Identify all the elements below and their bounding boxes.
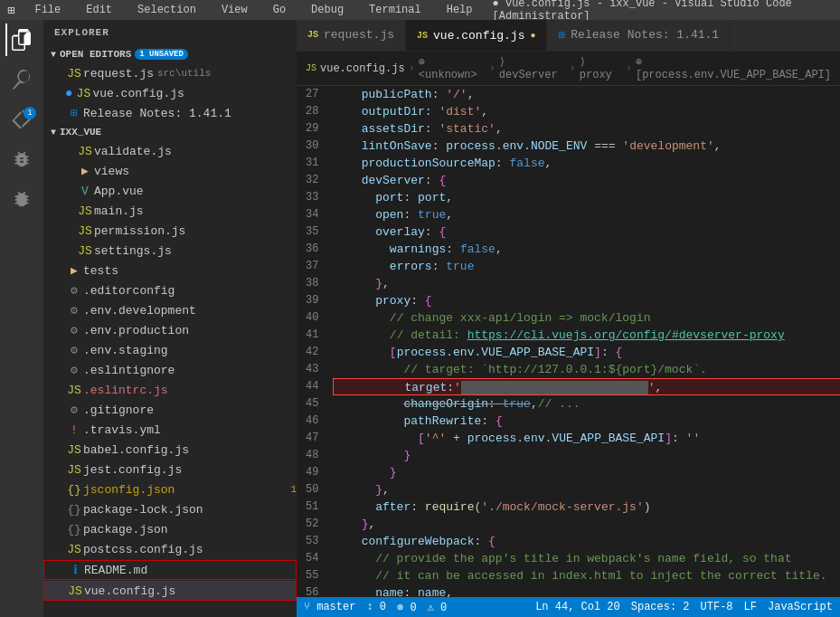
- breadcrumb-api[interactable]: ⊕ [process.env.VUE_APP_BASE_API]: [636, 55, 831, 81]
- open-editors-header[interactable]: ▼ OPEN EDITORS 1 UNSAVED: [43, 45, 297, 63]
- folder-tests[interactable]: ▶ tests: [43, 261, 297, 280]
- menu-edit[interactable]: Edit: [80, 2, 118, 18]
- activity-bar: 1: [0, 20, 43, 617]
- breadcrumb-devserver[interactable]: ⟩ devServer: [499, 55, 566, 81]
- file-env-prod-label: .env.production: [83, 324, 189, 337]
- file-vue-config[interactable]: JS vue.config.js: [43, 581, 297, 601]
- open-editor-vue-config[interactable]: ● JS vue.config.js: [43, 83, 297, 103]
- file-settings-js[interactable]: JS settings.js: [43, 241, 297, 261]
- menu-help[interactable]: Help: [441, 2, 478, 18]
- file-env-dev[interactable]: ⚙ .env.development: [43, 300, 297, 320]
- status-encoding[interactable]: UTF-8: [701, 601, 733, 613]
- code-line-51: after: require('./mock/mock-server.js'): [333, 498, 840, 516]
- folder-icon: ▶: [76, 164, 94, 178]
- status-spaces[interactable]: Spaces: 2: [631, 601, 690, 613]
- file-package[interactable]: {} package.json: [43, 519, 297, 539]
- file-readme[interactable]: ℹ README.md: [43, 560, 297, 580]
- code-line-53: configureWebpack: {: [333, 533, 840, 550]
- file-eslintrc-label: .eslintrc.js: [83, 384, 168, 397]
- menu-terminal[interactable]: Terminal: [363, 2, 427, 18]
- menu-go[interactable]: Go: [268, 2, 291, 18]
- file-env-staging[interactable]: ⚙ .env.staging: [43, 340, 297, 360]
- folder-views-label: views: [94, 165, 129, 178]
- code-line-29: assetsDir: 'static',: [333, 120, 840, 138]
- status-sync[interactable]: ↕ 0: [366, 601, 386, 613]
- file-gitignore-label: .gitignore: [83, 403, 154, 417]
- file-jest-config-label: jest.config.js: [83, 463, 182, 477]
- code-line-45: changeOrigin: true,// ...: [333, 395, 840, 413]
- tab-vue-config-js[interactable]: JS vue.config.js ●: [406, 20, 547, 51]
- activity-debug[interactable]: [5, 143, 38, 176]
- file-eslintrc[interactable]: JS .eslintrc.js: [43, 380, 297, 400]
- file-validate-label: validate.js: [94, 145, 172, 158]
- file-travis[interactable]: ! .travis.yml: [43, 420, 297, 440]
- open-editor-release-notes-label: Release Notes: 1.41.1: [83, 107, 231, 120]
- sidebar-title: EXPLORER: [43, 20, 297, 45]
- file-postcss[interactable]: JS postcss.config.js: [43, 539, 297, 559]
- code-line-27: publicPath: '/',: [333, 86, 840, 103]
- file-babel-config[interactable]: JS babel.config.js: [43, 440, 297, 460]
- menu-file[interactable]: File: [29, 2, 66, 18]
- file-validate[interactable]: JS validate.js: [43, 141, 297, 161]
- git-badge: 1: [24, 107, 36, 119]
- status-warnings[interactable]: ⚠ 0: [428, 601, 448, 614]
- json-icon: {}: [65, 483, 83, 497]
- menu-selection[interactable]: Selection: [132, 2, 202, 18]
- code-line-49: }: [333, 464, 840, 481]
- code-line-32: devServer: {: [333, 172, 840, 189]
- breadcrumb-file[interactable]: vue.config.js: [320, 62, 405, 75]
- project-chevron: ▼: [51, 128, 56, 138]
- status-errors[interactable]: ⊗ 0: [397, 601, 417, 614]
- activity-search[interactable]: [5, 63, 38, 96]
- file-permission-js[interactable]: JS permission.js: [43, 221, 297, 241]
- config-icon: ⚙: [65, 323, 83, 337]
- code-line-48: }: [333, 447, 840, 464]
- js-icon: JS: [76, 224, 94, 238]
- code-line-33: port: port,: [333, 189, 840, 206]
- code-line-31: productionSourceMap: false,: [333, 155, 840, 172]
- activity-files[interactable]: [5, 24, 38, 56]
- open-editor-request[interactable]: JS request.js src\utils: [43, 63, 297, 83]
- status-line-ending[interactable]: LF: [744, 601, 757, 613]
- tab-vscode-icon: ⊞: [558, 28, 565, 43]
- code-line-52: },: [333, 516, 840, 533]
- tab-release-notes[interactable]: ⊞ Release Notes: 1.41.1: [547, 20, 731, 51]
- folder-views[interactable]: ▶ views: [43, 161, 297, 181]
- activity-git[interactable]: 1: [5, 103, 38, 136]
- breadcrumb-sep4: ›: [626, 62, 632, 75]
- menu-view[interactable]: View: [216, 2, 253, 18]
- project-label: IXX_VUE: [60, 127, 101, 138]
- file-permission-js-label: permission.js: [94, 224, 185, 238]
- file-package-lock[interactable]: {} package-lock.json: [43, 499, 297, 519]
- code-content: publicPath: '/', outputDir: 'dist', asse…: [333, 86, 840, 597]
- file-app-vue[interactable]: V App.vue: [43, 181, 297, 201]
- activity-extensions[interactable]: [5, 183, 38, 215]
- breadcrumb-unknown[interactable]: ⊕ <unknown>: [419, 55, 486, 81]
- tab-js-icon: JS: [417, 31, 428, 41]
- code-line-44: target:'ixx.haoqianlei.com/api/v1/',: [333, 378, 840, 395]
- file-jest-config[interactable]: JS jest.config.js: [43, 460, 297, 479]
- modified-dot: ●: [65, 86, 72, 100]
- open-editor-release-notes[interactable]: ⊞ Release Notes: 1.41.1: [43, 103, 297, 123]
- file-jsconfig[interactable]: {} jsconfig.json 1: [43, 479, 297, 499]
- config-icon: ⚙: [65, 403, 83, 417]
- code-line-46: pathRewrite: {: [333, 413, 840, 430]
- code-line-28: outputDir: 'dist',: [333, 103, 840, 120]
- project-header[interactable]: ▼ IXX_VUE: [43, 123, 297, 141]
- tab-request-js[interactable]: JS request.js: [297, 20, 406, 51]
- menu-debug[interactable]: Debug: [306, 2, 349, 18]
- status-branch[interactable]: ⑂ master: [304, 601, 355, 613]
- status-language[interactable]: JavaScript: [768, 601, 833, 613]
- file-env-prod[interactable]: ⚙ .env.production: [43, 320, 297, 340]
- breadcrumb-proxy[interactable]: ⟩ proxy: [580, 55, 622, 81]
- file-eslintignore[interactable]: ⚙ .eslintignore: [43, 360, 297, 380]
- config-icon: ⚙: [65, 283, 83, 298]
- file-postcss-label: postcss.config.js: [83, 543, 203, 556]
- js-icon: JS: [65, 463, 83, 477]
- file-gitignore[interactable]: ⚙ .gitignore: [43, 400, 297, 420]
- file-main-js[interactable]: JS main.js: [43, 201, 297, 221]
- status-position[interactable]: Ln 44, Col 20: [535, 601, 620, 613]
- editor-content[interactable]: 2728293031 3233343536 3738394041 4243444…: [297, 86, 840, 597]
- file-vue-config-label: vue.config.js: [84, 584, 175, 598]
- file-editorconfig[interactable]: ⚙ .editorconfig: [43, 280, 297, 300]
